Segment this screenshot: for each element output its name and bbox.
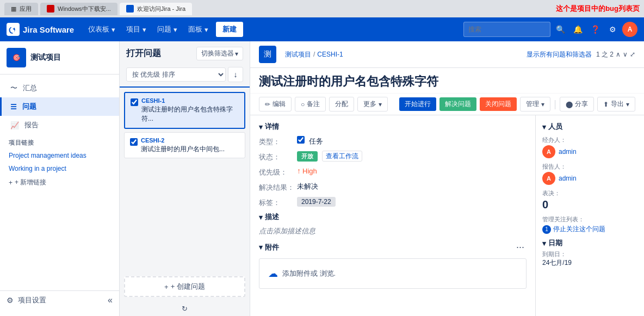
project-name: 测试项目	[30, 53, 61, 63]
people-section-label: 人员	[548, 122, 562, 132]
priority-high: ↑ High	[297, 166, 527, 175]
search-icon-btn[interactable]: 🔍	[553, 22, 568, 37]
pagination: 1 之 2 ∧ ∨ ⤢	[596, 50, 635, 59]
field-type: 类型： 任务	[259, 136, 527, 147]
new-button[interactable]: 新建	[216, 22, 243, 37]
nav-item-issue[interactable]: 问题 ▾	[152, 17, 183, 41]
breadcrumb-project[interactable]: 测试项目	[285, 50, 311, 59]
detail-title: 测试注册时的用户名包含特殊字符	[250, 68, 644, 94]
dates-section-title[interactable]: ▾ 日期	[542, 238, 637, 248]
nav-logo-text: Jira Software	[23, 25, 74, 34]
assign-btn[interactable]: 分配	[329, 97, 354, 111]
issue-panel-header: 打开问题 切换筛选器 ▾	[120, 41, 250, 65]
breadcrumb-id[interactable]: CESHI-1	[317, 51, 343, 58]
export-arrow: ▾	[626, 101, 629, 108]
field-status-value: 开放 查看工作流	[297, 151, 527, 162]
attach-section-title: ▾ 附件 ···	[259, 240, 527, 254]
sidebar-item-issues[interactable]: ☰ 问题	[0, 97, 119, 116]
sort-direction-btn[interactable]: ↓	[228, 67, 243, 82]
sidebar-item-summary[interactable]: 〜 汇总	[0, 79, 119, 97]
sidebar-link-pm[interactable]: Project management ideas	[0, 149, 119, 162]
refresh-btn[interactable]: ↻	[120, 301, 250, 316]
details-section-title[interactable]: ▾ 详情	[259, 122, 527, 132]
export-btn[interactable]: ⬆ 导出 ▾	[597, 97, 635, 111]
pagination-next[interactable]: ∨	[623, 51, 628, 58]
attach-toggle-icon: ▾	[259, 243, 263, 251]
nav-item-dashboard[interactable]: 仪表板 ▾	[83, 17, 121, 41]
nav-item-board[interactable]: 面板 ▾	[183, 17, 214, 41]
create-issue-btn[interactable]: + + 创建问题	[124, 276, 245, 297]
share-btn[interactable]: ⬤ 分享	[560, 97, 594, 111]
browser-tab-download[interactable]: Windows中下载安...	[40, 3, 117, 15]
sidebar-settings[interactable]: ⚙ 项目设置 «	[0, 290, 119, 309]
jira-logo-icon	[7, 23, 20, 36]
people-section-title[interactable]: ▾ 人员	[542, 122, 637, 132]
assignee-name[interactable]: admin	[559, 175, 577, 182]
filter-select[interactable]: 按 优先级 排序	[126, 67, 226, 82]
watch-stop-label: 停止关注这个问题	[553, 225, 605, 234]
settings-icon-btn[interactable]: ⚙	[605, 22, 620, 37]
attach-placeholder: 添加附件或 浏览.	[282, 269, 336, 278]
due-date-row: 到期日： 24七月/19	[542, 250, 637, 268]
project-avatar: 🎯	[7, 48, 26, 67]
pagination-prev[interactable]: ∧	[616, 51, 621, 58]
sidebar-collapse-icon[interactable]: «	[108, 295, 113, 305]
user-avatar[interactable]: A	[622, 22, 637, 37]
issue-item-ceshi2[interactable]: CESHI-2 测试注册时的用户名中间包...	[124, 132, 245, 159]
settings-gear-icon: ⚙	[7, 296, 14, 305]
start-btn[interactable]: 开始进行	[399, 97, 436, 111]
details-toggle-icon: ▾	[259, 123, 263, 131]
nav-bar: Jira Software 仪表板 ▾ 项目 ▾ 问题 ▾ 面板 ▾ 新建 🔍 …	[0, 17, 644, 41]
notifications-icon-btn[interactable]: 🔔	[570, 22, 585, 37]
issue-item-ceshi1[interactable]: CESHI-1 测试注册时的用户名包含特殊字符...	[124, 92, 245, 129]
label-tag: 2019-7-22	[297, 197, 336, 207]
nav-item-project[interactable]: 项目 ▾	[121, 17, 152, 41]
watch-stop-link[interactable]: 1 停止关注这个问题	[542, 225, 637, 234]
sidebar-section-links: 项目链接	[0, 134, 119, 149]
header-actions-right: 显示所有问题和筛选器 1 之 2 ∧ ∨ ⤢	[527, 50, 635, 59]
issue-ceshi2-checkbox[interactable]	[130, 138, 138, 146]
sidebar-add-link[interactable]: + + 新增链接	[0, 175, 119, 190]
desc-section-label: 描述	[265, 212, 279, 222]
field-resolution: 解决结果： 未解决	[259, 182, 527, 193]
nav-right: 🔍 🔔 ❓ ⚙ A	[463, 22, 637, 37]
issue-ceshi1-checkbox[interactable]	[131, 98, 138, 106]
comment-btn[interactable]: ○ 备注	[295, 97, 326, 111]
sidebar-item-reports[interactable]: 📈 报告	[0, 116, 119, 134]
sidebar-link-wip[interactable]: Working in a project	[0, 162, 119, 175]
attach-section-label: 附件	[265, 243, 279, 252]
more-btn[interactable]: 更多 ▾	[357, 97, 388, 111]
resolve-btn[interactable]: 解决问题	[439, 97, 476, 111]
edit-btn[interactable]: ✏ 编辑	[259, 97, 292, 111]
manage-btn[interactable]: 管理 ▾	[520, 97, 550, 111]
attach-more-btn[interactable]: ···	[514, 240, 527, 254]
search-input[interactable]	[463, 22, 550, 37]
action-bar: ✏ 编辑 ○ 备注 分配 更多 ▾ 开始进行 解决问题 关闭问题	[250, 94, 644, 115]
field-label-value: 2019-7-22	[297, 197, 527, 207]
issue-ceshi1-content: CESHI-1 测试注册时的用户名包含特殊字符...	[141, 97, 239, 123]
issue-ceshi1-title: 测试注册时的用户名包含特殊字符...	[141, 105, 239, 123]
browser-tab-apps[interactable]: ▦ 应用	[4, 3, 38, 15]
help-icon-btn[interactable]: ❓	[587, 22, 603, 37]
detail-panel: 测 测试项目 / CESHI-1 显示所有问题和筛选器 1 之 2 ∧ ∨ ⤢ …	[250, 41, 644, 316]
workflow-link[interactable]: 查看工作流	[322, 151, 362, 162]
export-label: 导出	[611, 100, 624, 109]
show-all-link[interactable]: 显示所有问题和筛选器	[527, 50, 592, 59]
reporter-label: 经办人：	[542, 136, 637, 144]
close-issue-btn[interactable]: 关闭问题	[480, 97, 517, 111]
switch-filter-btn[interactable]: 切换筛选器 ▾	[196, 47, 243, 60]
comment-icon: ○	[301, 101, 305, 108]
browser-tab-jira[interactable]: 欢迎访问Jira - Jira	[120, 3, 192, 15]
desc-section-title[interactable]: ▾ 描述	[259, 212, 527, 222]
field-resolution-label: 解决结果：	[259, 182, 297, 193]
nav-logo[interactable]: Jira Software	[7, 23, 83, 36]
pagination-expand[interactable]: ⤢	[630, 51, 635, 58]
filter-bar: 按 优先级 排序 ↓	[120, 65, 250, 88]
desc-placeholder[interactable]: 点击添加描述信息	[259, 226, 527, 236]
attach-area[interactable]: ☁ 添加附件或 浏览.	[259, 258, 527, 289]
votes-count: 0	[542, 199, 637, 211]
reporter-name[interactable]: admin	[559, 148, 577, 156]
status-badge[interactable]: 开放	[297, 151, 318, 162]
nav-board-label: 面板	[188, 24, 202, 34]
type-checkbox[interactable]	[297, 136, 305, 144]
